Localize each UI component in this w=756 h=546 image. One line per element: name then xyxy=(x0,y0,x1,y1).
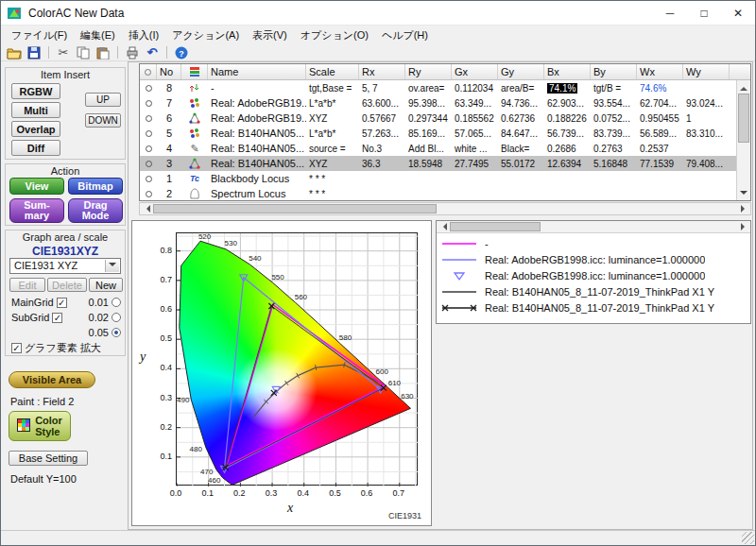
zoom-label: グラフ要素 拡大 xyxy=(25,341,101,355)
visible-area-button[interactable]: Visible Area xyxy=(9,371,95,388)
base-setting-button[interactable]: Base Setting xyxy=(9,451,88,466)
new-button[interactable]: New xyxy=(89,278,123,292)
column-header-bx[interactable]: Bx xyxy=(544,64,591,79)
maximize-icon[interactable]: □ xyxy=(687,1,721,25)
save-icon[interactable] xyxy=(26,45,43,60)
zoom-checkbox[interactable] xyxy=(11,343,22,353)
plot-toggle-icon[interactable] xyxy=(140,191,157,197)
vertical-scroll-thumb[interactable] xyxy=(738,94,749,143)
column-header-rx[interactable]: Rx xyxy=(359,64,405,79)
table-row[interactable]: 5Real: B140HAN05...L*a*b*57.263...85.169… xyxy=(140,126,736,141)
column-header-wy[interactable]: Wy xyxy=(683,64,730,79)
plot-toggle-icon[interactable] xyxy=(140,115,157,122)
scroll-up-icon[interactable] xyxy=(737,80,750,93)
title-bar[interactable]: ColorAC New Data ─ □ ✕ xyxy=(1,1,755,26)
plot-column-header-icon[interactable] xyxy=(140,64,157,79)
legend-entry[interactable]: Real: AdobeRGB1998.icc: luminance=1.0000… xyxy=(440,267,747,283)
help-icon[interactable]: ? xyxy=(173,45,190,60)
minimize-icon[interactable]: ─ xyxy=(653,1,687,25)
column-header-wx[interactable]: Wx xyxy=(637,64,683,79)
down-button[interactable]: DOWN xyxy=(85,113,121,128)
item-name: Real: B140HAN05... xyxy=(208,128,306,139)
plot-toggle-icon[interactable] xyxy=(140,161,157,167)
delete-button[interactable]: Delete xyxy=(47,278,87,292)
menu-item[interactable]: アクション(A) xyxy=(165,26,246,44)
resize-grip-icon[interactable] xyxy=(742,532,754,544)
close-icon[interactable]: ✕ xyxy=(721,1,755,25)
menu-item[interactable]: 編集(E) xyxy=(74,26,122,44)
table-vertical-scrollbar[interactable] xyxy=(736,80,750,200)
bitmap-button[interactable]: Bitmap xyxy=(68,178,123,195)
cell-value: 5.16848 xyxy=(591,159,637,169)
scroll-right-icon[interactable] xyxy=(738,203,750,214)
column-header-name[interactable]: Name xyxy=(208,64,306,79)
plot-toggle-icon[interactable] xyxy=(140,145,157,152)
table-row[interactable]: 4✎Real: B140HAN05...source =No.3Add Bl..… xyxy=(140,141,736,156)
column-header-gx[interactable]: Gx xyxy=(452,64,498,79)
menu-item[interactable]: 表示(V) xyxy=(246,26,294,44)
cell-value: XYZ xyxy=(306,159,359,169)
summary-button[interactable]: Sum- mary xyxy=(9,198,64,223)
column-header-gy[interactable]: Gy xyxy=(498,64,544,79)
table-row[interactable]: 1TcBlackbody Locus* * * xyxy=(140,171,736,186)
table-row[interactable]: 8-tgt,Base =5, 7ov.area=0.112034area/B=7… xyxy=(140,80,736,95)
scroll-left-icon[interactable] xyxy=(140,203,152,214)
legend-scroll-thumb[interactable] xyxy=(450,222,541,231)
summary-label-2: mary xyxy=(25,211,49,221)
svg-text:?: ? xyxy=(179,48,184,58)
menu-item[interactable]: 挿入(I) xyxy=(122,26,165,44)
column-header-by[interactable]: By xyxy=(591,64,637,79)
scale-dropdown[interactable]: CIE1931 XYZ xyxy=(9,258,121,274)
chromaticity-plot[interactable]: 520530540550560580600610630490480470460 xyxy=(176,232,418,486)
overlap-icon xyxy=(181,158,208,169)
subgrid-checkbox[interactable] xyxy=(52,313,62,323)
multi-button[interactable]: Multi xyxy=(11,102,60,118)
legend-entry[interactable]: - xyxy=(440,235,747,251)
table-row[interactable]: 6Real: AdobeRGB19...XYZ0.576670.2973440.… xyxy=(140,111,736,126)
diff-button[interactable]: Diff xyxy=(11,140,60,156)
legend-scroll-right-icon[interactable] xyxy=(738,221,750,232)
table-horizontal-scrollbar[interactable] xyxy=(139,202,751,215)
plot-toggle-icon[interactable] xyxy=(140,130,157,137)
plot-toggle-icon[interactable] xyxy=(140,85,157,92)
cell-value: 1 xyxy=(683,113,730,124)
y-tick-label: 0.8 xyxy=(146,246,172,255)
edit-button[interactable]: Edit xyxy=(9,278,45,292)
maingrid-checkbox[interactable] xyxy=(57,298,67,308)
menu-item[interactable]: オプション(O) xyxy=(294,26,375,44)
up-button[interactable]: UP xyxy=(85,93,121,107)
drag-mode-button[interactable]: Drag Mode xyxy=(68,198,123,223)
view-button[interactable]: View xyxy=(9,178,64,195)
grid-radio-005[interactable] xyxy=(112,328,121,337)
overlap-button[interactable]: Overlap xyxy=(11,121,60,137)
menu-item[interactable]: ヘルプ(H) xyxy=(375,26,435,44)
column-header-ry[interactable]: Ry xyxy=(405,64,452,79)
table-row[interactable]: 2Spectrum Locus* * * xyxy=(140,186,736,200)
print-icon[interactable] xyxy=(124,45,141,60)
color-style-button[interactable]: Color Style xyxy=(9,411,71,441)
menu-item[interactable]: ファイル(F) xyxy=(5,26,74,44)
legend-scrollbar[interactable] xyxy=(437,221,750,233)
dropdown-arrow-icon[interactable] xyxy=(105,260,119,272)
open-folder-icon[interactable] xyxy=(6,45,23,60)
legend-scroll-left-icon[interactable] xyxy=(437,221,449,232)
item-column-header-icon[interactable] xyxy=(181,64,208,79)
rgbw-button[interactable]: RGBW xyxy=(11,83,60,99)
legend-entry[interactable]: Real: B140HAN05_8_11-07-2019_ThinkPad X1… xyxy=(440,283,747,299)
plot-toggle-icon[interactable] xyxy=(140,176,157,182)
cut-icon[interactable]: ✂ xyxy=(55,45,72,60)
legend-entry[interactable]: Real: AdobeRGB1998.icc: luminance=1.0000… xyxy=(440,251,747,267)
table-row[interactable]: 7Real: AdobeRGB19...L*a*b*63.600...95.39… xyxy=(140,95,736,111)
plot-toggle-icon[interactable] xyxy=(140,100,157,107)
table-row[interactable]: 3Real: B140HAN05...XYZ36.318.594827.7495… xyxy=(140,156,736,171)
copy-icon[interactable] xyxy=(75,45,92,60)
legend-entry[interactable]: Real: B140HAN05_8_11-07-2019_ThinkPad X1… xyxy=(440,299,747,316)
column-header-no[interactable]: No xyxy=(157,64,181,79)
scroll-down-icon[interactable] xyxy=(737,188,750,200)
undo-icon[interactable]: ↶ xyxy=(144,45,161,60)
grid-radio-001[interactable] xyxy=(112,298,121,307)
horizontal-scroll-thumb[interactable] xyxy=(153,204,437,213)
column-header-scale[interactable]: Scale xyxy=(306,64,359,79)
grid-radio-002[interactable] xyxy=(112,313,121,322)
paste-icon[interactable] xyxy=(94,45,112,60)
